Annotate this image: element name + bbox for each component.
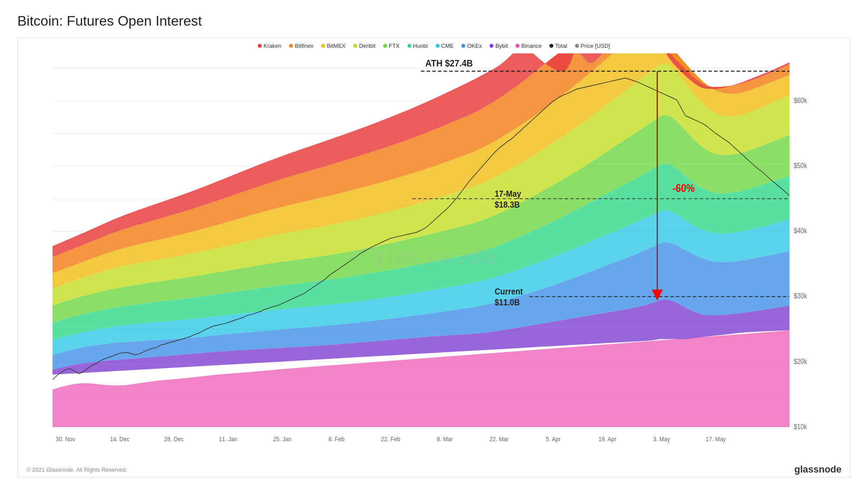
svg-text:8. Mar: 8. Mar [437,435,453,443]
page-title: Bitcoin: Futures Open Interest [17,13,851,29]
legend-label: Bitfinex [295,43,313,49]
legend-item: Huobi [408,43,428,49]
legend-dot [408,44,411,48]
chart-area: glassnode $27.50b $2 [18,53,850,459]
brand-name: glassnode [794,464,842,475]
legend-dot [436,44,440,48]
svg-text:22. Mar: 22. Mar [490,435,509,443]
svg-text:17-May: 17-May [495,189,521,198]
legend-item: CME [436,43,454,49]
legend-item: Price [USD] [575,43,610,49]
svg-text:3. May: 3. May [653,435,670,443]
legend-dot [353,44,357,48]
legend-label: Kraken [263,43,281,49]
legend-item: Total [549,43,567,49]
svg-text:$30k: $30k [794,292,807,300]
legend-dot [258,44,262,48]
svg-text:5. Apr: 5. Apr [546,435,561,443]
legend-dot [549,44,553,48]
legend-label: Binance [521,43,542,49]
legend-item: Kraken [258,43,281,49]
svg-text:$50k: $50k [794,162,807,169]
page: Bitcoin: Futures Open Interest KrakenBit… [0,0,868,486]
legend-dot [490,44,493,48]
svg-text:8. Feb: 8. Feb [329,435,345,443]
chart-svg: $27.50b $25b $22.50b $20b $17.50b $15b $… [53,53,824,459]
legend-label: Bybit [495,43,508,49]
svg-text:11. Jan: 11. Jan [219,435,237,443]
legend-label: BitMEX [327,43,345,49]
svg-text:$40k: $40k [794,227,807,235]
svg-text:Current: Current [495,287,523,296]
legend-label: OKEx [467,43,482,49]
legend-item: OKEx [461,43,482,49]
legend-dot [321,44,325,48]
legend-dot [461,44,465,48]
legend-label: Huobi [413,43,428,49]
legend-item: Bybit [490,43,508,49]
legend-label: Price [USD] [581,43,610,49]
svg-text:19. Apr: 19. Apr [598,435,616,443]
legend-dot [383,44,387,48]
legend-dot [575,44,579,48]
svg-text:22. Feb: 22. Feb [381,435,400,443]
legend-label: Deribit [359,43,375,49]
legend-dot [289,44,293,48]
svg-text:$20k: $20k [794,357,807,365]
svg-text:$10k: $10k [794,423,807,430]
svg-text:$60k: $60k [794,96,807,104]
legend-label: Total [555,43,567,49]
legend-dot [516,44,519,48]
svg-text:$18.3B: $18.3B [495,200,520,209]
copyright-text: © 2021 Glassnode. All Rights Reserved. [26,466,127,473]
svg-text:25. Jan: 25. Jan [273,435,292,443]
legend-item: Deribit [353,43,375,49]
legend-label: CME [441,43,454,49]
svg-text:-60%: -60% [672,182,694,194]
legend: KrakenBitfinexBitMEXDeribitFTXHuobiCMEOK… [18,38,850,53]
svg-text:14. Dec: 14. Dec [110,435,129,443]
legend-item: BitMEX [321,43,345,49]
svg-text:17. May: 17. May [706,435,726,443]
chart-container: KrakenBitfinexBitMEXDeribitFTXHuobiCMEOK… [17,38,851,477]
svg-text:$11.0B: $11.0B [495,298,520,307]
svg-text:30. Nov: 30. Nov [56,435,76,443]
svg-text:ATH $27.4B: ATH $27.4B [425,57,473,69]
footer: © 2021 Glassnode. All Rights Reserved. g… [18,459,850,477]
svg-text:28. Dec: 28. Dec [164,435,184,443]
legend-item: Bitfinex [289,43,313,49]
legend-item: FTX [383,43,400,49]
legend-item: Binance [516,43,542,49]
legend-label: FTX [389,43,400,49]
